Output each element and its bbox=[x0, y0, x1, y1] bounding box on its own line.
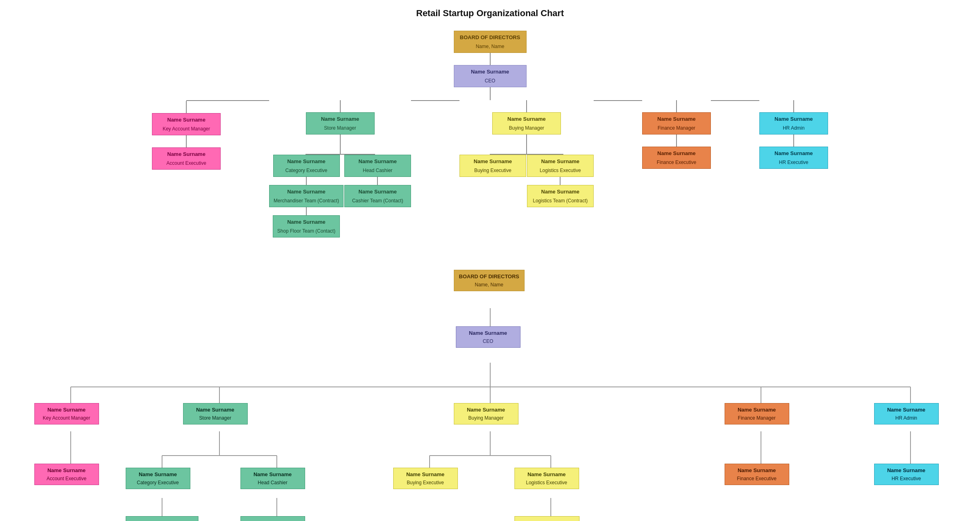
node-logistics-exec[interactable]: Name Surname Logistics Executive bbox=[527, 155, 594, 177]
node-head-cashier[interactable]: Name Surname Head Cashier bbox=[344, 155, 411, 177]
node-hr-admin[interactable]: Name Surname HR Admin bbox=[874, 403, 939, 424]
key-account-role: Key Account Manager bbox=[38, 414, 95, 424]
hr-admin-wrapper: Name Surname HR Admin bbox=[874, 403, 947, 424]
node-shop-floor[interactable]: Name Surname Shop Floor Team (Contact) bbox=[273, 215, 340, 237]
ceo-role: CEO bbox=[481, 76, 499, 87]
logistics-team-role: Logistics Team (Contract) bbox=[529, 196, 592, 207]
node-hr-admin[interactable]: Name Surname HR Admin bbox=[759, 112, 828, 134]
cashier-team-name: Name Surname bbox=[249, 517, 297, 521]
ceo-role: CEO bbox=[478, 337, 498, 347]
hr-admin-role: HR Admin bbox=[779, 124, 809, 134]
node-category-executive[interactable]: Name Surname Category Executive bbox=[126, 468, 190, 489]
category-exec-role: Category Executive bbox=[281, 166, 331, 176]
connector-board-ceo bbox=[490, 53, 491, 65]
logistics-exec-name: Name Surname bbox=[537, 155, 584, 166]
hr-exec-wrapper: Name Surname HR Executive bbox=[874, 464, 947, 485]
node-finance-executive[interactable]: Name Surname Finance Executive bbox=[725, 464, 789, 485]
merch-team-wrapper: Name Surname Merchandiser Team (Contract… bbox=[126, 516, 198, 521]
logistics-exec-name: Name Surname bbox=[523, 468, 571, 479]
node-key-account[interactable]: Name Surname Key Account Manager bbox=[152, 113, 221, 135]
head-cashier-name: Name Surname bbox=[249, 468, 297, 479]
store-manager-role: Store Manager bbox=[194, 414, 236, 424]
node-store-manager[interactable]: Name Surname Store Manager bbox=[183, 403, 248, 424]
logistics-exec-wrapper: Name Surname Logistics Executive bbox=[514, 468, 587, 489]
account-exec-wrapper: Name Surname Account Executive bbox=[34, 464, 107, 485]
node-buying-executive[interactable]: Name Surname Buying Executive bbox=[393, 468, 458, 489]
node-key-account-manager[interactable]: Name Surname Key Account Manager bbox=[34, 403, 99, 424]
node-logistics-executive[interactable]: Name Surname Logistics Executive bbox=[514, 468, 579, 489]
account-exec-name: Name Surname bbox=[163, 148, 210, 159]
hr-admin-role: HR Admin bbox=[890, 414, 922, 424]
node-finance-manager[interactable]: Name Surname Finance Manager bbox=[642, 112, 711, 134]
buying-exec-name: Name Surname bbox=[470, 155, 516, 166]
node-finance-manager[interactable]: Name Surname Finance Manager bbox=[725, 403, 789, 424]
node-head-cashier[interactable]: Name Surname Head Cashier bbox=[240, 468, 305, 489]
node-finance-exec[interactable]: Name Surname Finance Executive bbox=[642, 147, 711, 169]
logistics-exec-role: Logistics Executive bbox=[535, 166, 585, 176]
category-exec-role: Category Executive bbox=[132, 479, 183, 489]
account-exec-name: Name Surname bbox=[42, 464, 91, 475]
merch-team-name: Name Surname bbox=[138, 517, 186, 521]
key-account-wrapper: Name Surname Key Account Manager bbox=[34, 403, 107, 424]
node-account-executive[interactable]: Name Surname Account Executive bbox=[34, 464, 99, 485]
node-ceo[interactable]: Name Surname CEO bbox=[456, 326, 521, 348]
node-account-exec[interactable]: Name Surname Account Executive bbox=[152, 147, 221, 170]
hr-admin-name: Name Surname bbox=[882, 403, 930, 414]
page-title: Retail Startup Organizational Chart bbox=[8, 8, 972, 19]
node-logistics-team[interactable]: Name Surname Logistics Team (Contract) bbox=[514, 516, 580, 521]
node-merch-team[interactable]: Name Surname Merchandiser Team (Contract… bbox=[126, 516, 198, 521]
finance-manager-role: Finance Manager bbox=[733, 414, 780, 424]
hr-exec-name: Name Surname bbox=[882, 464, 930, 475]
node-board-of-directors[interactable]: BOARD OF DIRECTORS Name, Name bbox=[454, 270, 525, 291]
dept-row: Name Surname Key Account Manager Name Su… bbox=[152, 100, 828, 237]
head-cashier-wrapper: Name Surname Head Cashier bbox=[240, 468, 313, 489]
key-account-name: Name Surname bbox=[163, 113, 210, 124]
merch-team-name: Name Surname bbox=[283, 185, 330, 196]
node-cashier-team[interactable]: Name Surname Cashier Team (Contact) bbox=[240, 516, 305, 521]
finance-exec-wrapper: Name Surname Finance Executive bbox=[725, 464, 797, 485]
head-cashier-role: Head Cashier bbox=[253, 479, 292, 489]
finance-manager-name: Name Surname bbox=[733, 403, 781, 414]
cashier-team-role: Cashier Team (Contact) bbox=[348, 196, 407, 207]
node-merch-team[interactable]: Name Surname Merchandiser Team (Contract… bbox=[269, 185, 344, 207]
board-node: BOARD OF DIRECTORS Name, Name bbox=[454, 31, 527, 65]
node-logistics-team[interactable]: Name Surname Logistics Team (Contract) bbox=[527, 185, 594, 207]
node-store-manager[interactable]: Name Surname Store Manager bbox=[306, 112, 375, 134]
dept-store: Name Surname Store Manager bbox=[269, 100, 411, 237]
buying-exec-role: Buying Executive bbox=[402, 479, 449, 489]
category-exec-wrapper: Name Surname Category Executive bbox=[126, 468, 198, 489]
node-ceo[interactable]: Name Surname CEO bbox=[454, 65, 527, 87]
node-cashier-team[interactable]: Name Surname Cashier Team (Contact) bbox=[344, 185, 411, 207]
hr-exec-role: HR Executive bbox=[775, 158, 813, 168]
category-exec-name: Name Surname bbox=[134, 468, 182, 479]
node-buying-exec[interactable]: Name Surname Buying Executive bbox=[459, 155, 526, 177]
finance-exec-name: Name Surname bbox=[733, 464, 781, 475]
board-role: Name, Name bbox=[472, 42, 508, 53]
head-cashier-role: Head Cashier bbox=[359, 166, 396, 176]
buying-manager-name: Name Surname bbox=[504, 113, 550, 124]
hr-admin-name: Name Surname bbox=[771, 113, 817, 124]
finance-manager-role: Finance Manager bbox=[653, 124, 699, 134]
logistics-team-name: Name Surname bbox=[537, 185, 584, 196]
buying-exec-role: Buying Executive bbox=[470, 166, 515, 176]
store-manager-name: Name Surname bbox=[191, 403, 239, 414]
node-hr-executive[interactable]: Name Surname HR Executive bbox=[874, 464, 939, 485]
hr-exec-role: HR Executive bbox=[887, 475, 926, 485]
buying-manager-role: Buying Manager bbox=[505, 124, 548, 134]
node-board[interactable]: BOARD OF DIRECTORS Name, Name bbox=[454, 31, 527, 53]
node-category-exec[interactable]: Name Surname Category Executive bbox=[273, 155, 340, 177]
hr-exec-name: Name Surname bbox=[771, 147, 817, 158]
node-hr-exec[interactable]: Name Surname HR Executive bbox=[759, 147, 828, 169]
node-buying-manager[interactable]: Name Surname Buying Manager bbox=[454, 403, 518, 424]
ceo-name: Name Surname bbox=[464, 327, 512, 337]
store-manager-role: Store Manager bbox=[320, 124, 360, 134]
key-account-name: Name Surname bbox=[42, 403, 91, 414]
merch-team-role: Merchandiser Team (Contract) bbox=[270, 196, 343, 207]
cashier-team-name: Name Surname bbox=[354, 185, 401, 196]
account-exec-role: Account Executive bbox=[162, 159, 211, 169]
head-cashier-name: Name Surname bbox=[354, 155, 401, 166]
key-account-role: Key Account Manager bbox=[158, 124, 214, 135]
dept-keyaccount: Name Surname Key Account Manager Name Su… bbox=[152, 100, 221, 170]
node-buying-manager[interactable]: Name Surname Buying Manager bbox=[492, 112, 561, 134]
dept-hr: Name Surname HR Admin Name Surname HR Ex… bbox=[759, 100, 828, 169]
